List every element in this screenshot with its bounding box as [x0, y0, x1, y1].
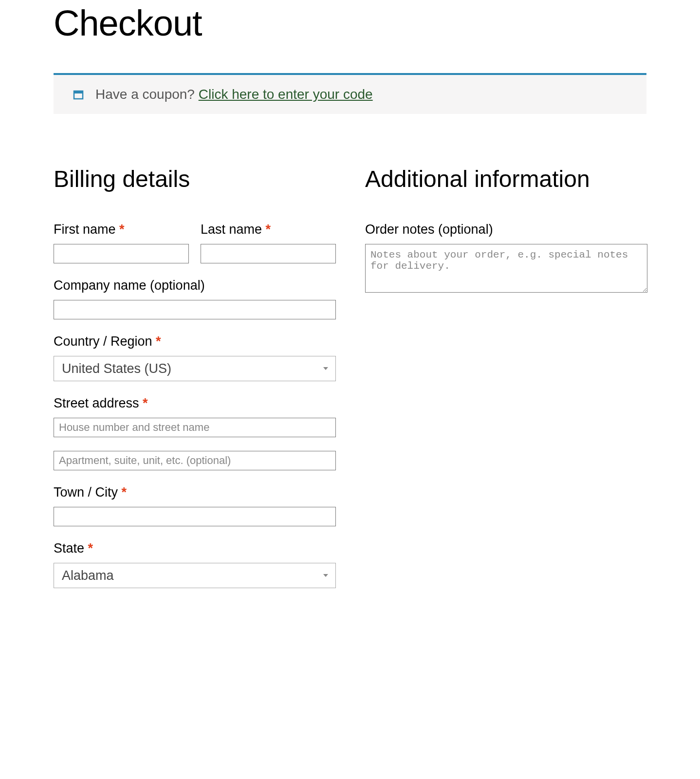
city-label-text: Town / City [54, 485, 122, 500]
required-mark: * [122, 485, 127, 500]
last-name-group: Last name * [201, 222, 336, 263]
additional-heading: Additional information [365, 163, 647, 195]
required-mark: * [266, 222, 271, 237]
billing-heading: Billing details [54, 163, 336, 195]
coupon-prompt-text: Have a coupon? Click here to enter your … [95, 87, 373, 102]
company-group: Company name (optional) [54, 278, 336, 319]
city-label: Town / City * [54, 485, 336, 500]
street-group: Street address * [54, 396, 336, 470]
order-notes-textarea[interactable] [365, 244, 647, 293]
first-name-group: First name * [54, 222, 189, 263]
city-input[interactable] [54, 507, 336, 526]
coupon-notice: Have a coupon? Click here to enter your … [54, 73, 646, 114]
required-mark: * [156, 334, 161, 349]
page-title: Checkout [54, 2, 646, 44]
street-line1-input[interactable] [54, 418, 336, 437]
last-name-input[interactable] [201, 244, 336, 263]
street-line2-input[interactable] [54, 451, 336, 470]
order-notes-label: Order notes (optional) [365, 222, 647, 237]
company-label: Company name (optional) [54, 278, 336, 293]
required-mark: * [143, 396, 148, 410]
street-label: Street address * [54, 396, 336, 411]
country-label-text: Country / Region [54, 334, 156, 349]
last-name-label-text: Last name [201, 222, 266, 237]
city-group: Town / City * [54, 485, 336, 526]
state-label-text: State [54, 541, 88, 556]
additional-column: Additional information Order notes (opti… [365, 163, 647, 603]
state-label: State * [54, 541, 336, 556]
country-group: Country / Region * United States (US) [54, 334, 336, 381]
street-label-text: Street address [54, 396, 143, 410]
calendar-icon [73, 89, 84, 100]
required-mark: * [119, 222, 125, 237]
first-name-input[interactable] [54, 244, 189, 263]
company-input[interactable] [54, 300, 336, 319]
country-label: Country / Region * [54, 334, 336, 349]
svg-rect-1 [74, 91, 83, 93]
required-mark: * [88, 541, 93, 556]
billing-column: Billing details First name * Last name *… [54, 163, 336, 603]
coupon-link[interactable]: Click here to enter your code [199, 87, 373, 102]
last-name-label: Last name * [201, 222, 336, 237]
country-select[interactable]: United States (US) [54, 356, 336, 381]
state-select[interactable]: Alabama [54, 563, 336, 588]
order-notes-group: Order notes (optional) [365, 222, 647, 295]
state-group: State * Alabama [54, 541, 336, 588]
coupon-prompt: Have a coupon? [95, 87, 199, 102]
first-name-label-text: First name [54, 222, 119, 237]
first-name-label: First name * [54, 222, 189, 237]
